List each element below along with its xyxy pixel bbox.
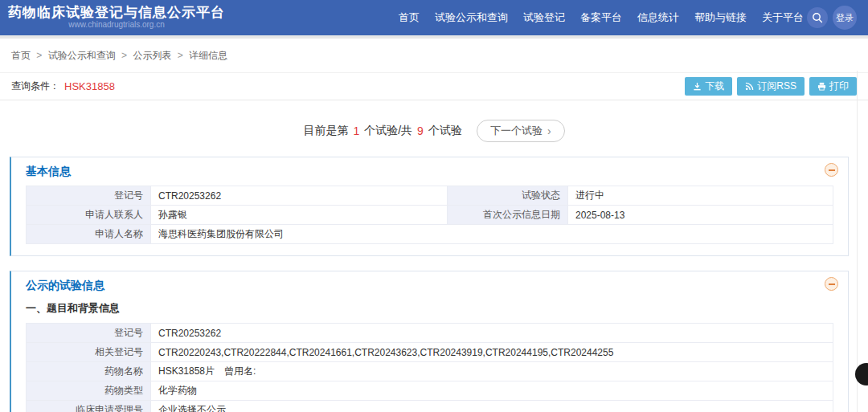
field-value: 进行中	[568, 186, 833, 206]
print-button[interactable]: 打印	[809, 77, 857, 96]
field-label: 药物类型	[27, 381, 151, 401]
breadcrumb-trial-search[interactable]: 试验公示和查询	[48, 50, 116, 61]
app-header: 药物临床试验登记与信息公示平台 www.chinadrugtrials.org.…	[0, 0, 868, 35]
chevron-right-icon: ›	[547, 125, 551, 137]
field-label: 首次公示信息日期	[448, 206, 568, 225]
collapse-public-button[interactable]	[825, 277, 838, 291]
field-value: HSK31858片 曾用名:	[151, 362, 833, 381]
table-row: 登记号 CTR20253262 试验状态 进行中	[27, 186, 833, 206]
table-row: 临床申请受理号 企业选择不公示	[27, 401, 833, 412]
breadcrumb: 首页 > 试验公示和查询 > 公示列表 > 详细信息	[0, 39, 868, 73]
field-label: 相关登记号	[27, 343, 151, 362]
search-icon[interactable]	[807, 7, 828, 28]
pager-text: 个试验	[428, 124, 462, 138]
download-label: 下载	[705, 80, 724, 93]
minus-icon	[829, 284, 835, 285]
nav-trial-register[interactable]: 试验登记	[523, 10, 565, 25]
field-value: 企业选择不公示	[151, 401, 833, 412]
nav-filing-platform[interactable]: 备案平台	[580, 10, 622, 25]
field-value: CTR20253262	[151, 186, 448, 206]
site-title: 药物临床试验登记与信息公示平台	[8, 6, 225, 20]
nav-help-links[interactable]: 帮助与链接	[694, 10, 747, 25]
section-basic-info: 基本信息 登记号 CTR20253262 试验状态 进行中 申请人联系人 孙露银…	[10, 157, 849, 256]
breadcrumb-separator: >	[36, 50, 42, 61]
download-button[interactable]: 下载	[685, 77, 732, 96]
rss-label: 订阅RSS	[757, 80, 796, 93]
main-nav: 首页 试验公示和查询 试验登记 备案平台 信息统计 帮助与链接 关于平台	[399, 10, 804, 25]
toolbar-buttons: 下载 订阅RSS 打印	[685, 77, 857, 96]
basic-info-table: 登记号 CTR20253262 试验状态 进行中 申请人联系人 孙露银 首次公示…	[26, 186, 833, 244]
table-row: 相关登记号 CTR20220243,CTR20222844,CTR2024166…	[27, 343, 833, 362]
section-public-title: 公示的试验信息	[11, 271, 848, 300]
minus-icon	[829, 169, 835, 171]
trial-pager: 目前是第 1 个试验/共 9 个试验 下一个试验 ›	[0, 120, 868, 142]
field-label: 试验状态	[448, 186, 568, 206]
print-icon	[817, 82, 826, 91]
table-row: 登记号 CTR20253262	[27, 324, 833, 343]
table-row: 药物类型 化学药物	[27, 381, 833, 401]
nav-home[interactable]: 首页	[399, 10, 420, 25]
query-condition-value: HSK31858	[64, 80, 115, 92]
field-value: 孙露银	[151, 206, 448, 225]
field-value: CTR20220243,CTR20222844,CTR20241661,CTR2…	[151, 343, 833, 362]
rss-icon	[745, 82, 754, 91]
field-value: 海思科医药集团股份有限公司	[151, 225, 833, 244]
breadcrumb-home[interactable]: 首页	[11, 50, 31, 61]
subsection-title: 一、题目和背景信息	[11, 300, 848, 323]
field-label: 药物名称	[27, 362, 151, 381]
public-trial-table: 登记号 CTR20253262 相关登记号 CTR20220243,CTR202…	[26, 323, 833, 412]
field-label: 申请人名称	[27, 225, 151, 244]
pager-total-number: 9	[416, 124, 425, 137]
field-value: 化学药物	[151, 381, 833, 401]
brand: 药物临床试验登记与信息公示平台 www.chinadrugtrials.org.…	[0, 6, 225, 29]
breadcrumb-list[interactable]: 公示列表	[133, 50, 171, 61]
next-trial-label: 下一个试验	[490, 124, 542, 138]
section-basic-title: 基本信息	[11, 157, 848, 186]
section-public-trial-info: 公示的试验信息 一、题目和背景信息 登记号 CTR20253262 相关登记号 …	[10, 271, 849, 412]
field-label: 登记号	[27, 186, 151, 206]
breadcrumb-separator: >	[121, 50, 127, 61]
breadcrumb-detail: 详细信息	[189, 50, 227, 61]
nav-about[interactable]: 关于平台	[762, 10, 804, 25]
download-icon	[693, 82, 702, 91]
table-row: 药物名称 HSK31858片 曾用名:	[27, 362, 833, 381]
pager-text: 目前是第	[303, 124, 348, 138]
rss-subscribe-button[interactable]: 订阅RSS	[737, 77, 805, 96]
query-toolbar: 查询条件： HSK31858 下载 订阅RSS 打印	[0, 73, 868, 100]
field-value: CTR20253262	[151, 324, 833, 343]
next-trial-button[interactable]: 下一个试验 ›	[477, 120, 565, 142]
collapse-basic-button[interactable]	[825, 163, 838, 177]
field-label: 申请人联系人	[27, 206, 151, 225]
nav-trial-search[interactable]: 试验公示和查询	[435, 10, 508, 25]
breadcrumb-separator: >	[178, 50, 183, 61]
nav-statistics[interactable]: 信息统计	[637, 10, 679, 25]
pager-current-number: 1	[351, 124, 361, 137]
table-row: 申请人联系人 孙露银 首次公示信息日期 2025-08-13	[27, 206, 833, 225]
pager-text: 个试验/共	[364, 124, 412, 138]
page-right-divider	[857, 71, 858, 412]
field-label: 登记号	[27, 324, 151, 343]
field-label: 临床申请受理号	[27, 401, 151, 412]
site-url: www.chinadrugtrials.org.cn	[8, 21, 225, 30]
field-value: 2025-08-13	[568, 206, 833, 225]
query-condition-label: 查询条件：	[11, 80, 59, 93]
print-label: 打印	[829, 80, 849, 93]
login-button[interactable]: 登录	[833, 6, 857, 30]
table-row: 申请人名称 海思科医药集团股份有限公司	[27, 225, 833, 244]
